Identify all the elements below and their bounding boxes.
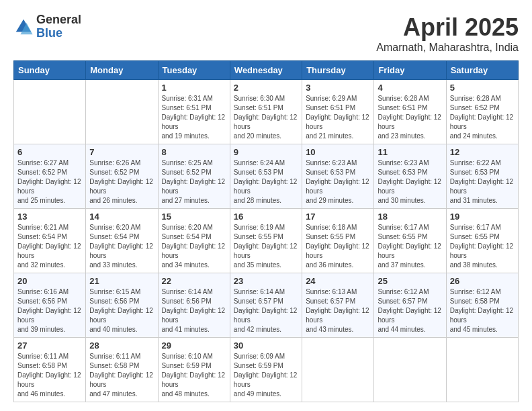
day-info: Sunrise: 6:13 AMSunset: 6:57 PMDaylight:…	[306, 287, 370, 334]
title-block: April 2025 Amarnath, Maharashtra, India	[376, 13, 519, 54]
day-cell: 12Sunrise: 6:22 AMSunset: 6:53 PMDayligh…	[446, 144, 518, 209]
day-number: 22	[162, 276, 226, 286]
day-info: Sunrise: 6:28 AMSunset: 6:52 PMDaylight:…	[450, 94, 515, 141]
col-header-thursday: Thursday	[302, 61, 374, 80]
logo-general: General	[36, 13, 81, 27]
day-info: Sunrise: 6:31 AMSunset: 6:51 PMDaylight:…	[162, 94, 226, 141]
page-header: General Blue April 2025 Amarnath, Mahara…	[13, 13, 519, 54]
day-number: 21	[89, 276, 154, 286]
day-info: Sunrise: 6:09 AMSunset: 6:59 PMDaylight:…	[234, 352, 298, 399]
day-info: Sunrise: 6:12 AMSunset: 6:57 PMDaylight:…	[378, 287, 442, 334]
day-cell: 27Sunrise: 6:11 AMSunset: 6:58 PMDayligh…	[14, 338, 86, 402]
day-cell: 17Sunrise: 6:18 AMSunset: 6:55 PMDayligh…	[302, 209, 374, 273]
month-title: April 2025	[376, 13, 519, 42]
day-cell: 8Sunrise: 6:25 AMSunset: 6:52 PMDaylight…	[158, 144, 230, 209]
day-number: 20	[17, 276, 82, 286]
day-number: 17	[306, 212, 370, 222]
day-cell: 9Sunrise: 6:24 AMSunset: 6:53 PMDaylight…	[230, 144, 302, 209]
day-number: 15	[162, 212, 226, 222]
week-row-2: 6Sunrise: 6:27 AMSunset: 6:52 PMDaylight…	[14, 144, 519, 209]
logo: General Blue	[13, 13, 81, 40]
day-info: Sunrise: 6:15 AMSunset: 6:56 PMDaylight:…	[89, 287, 154, 334]
day-cell: 22Sunrise: 6:14 AMSunset: 6:56 PMDayligh…	[158, 273, 230, 338]
day-cell: 18Sunrise: 6:17 AMSunset: 6:55 PMDayligh…	[374, 209, 446, 273]
day-cell: 15Sunrise: 6:20 AMSunset: 6:54 PMDayligh…	[158, 209, 230, 273]
day-info: Sunrise: 6:11 AMSunset: 6:58 PMDaylight:…	[89, 352, 154, 399]
day-number: 9	[234, 147, 298, 157]
day-number: 26	[450, 276, 515, 286]
location-title: Amarnath, Maharashtra, India	[376, 42, 519, 54]
week-row-1: 1Sunrise: 6:31 AMSunset: 6:51 PMDaylight…	[14, 80, 519, 144]
day-cell: 1Sunrise: 6:31 AMSunset: 6:51 PMDaylight…	[158, 80, 230, 144]
day-number: 19	[450, 212, 515, 222]
day-info: Sunrise: 6:20 AMSunset: 6:54 PMDaylight:…	[162, 223, 226, 270]
day-cell: 10Sunrise: 6:23 AMSunset: 6:53 PMDayligh…	[302, 144, 374, 209]
day-info: Sunrise: 6:20 AMSunset: 6:54 PMDaylight:…	[89, 223, 154, 270]
day-cell: 26Sunrise: 6:12 AMSunset: 6:58 PMDayligh…	[446, 273, 518, 338]
day-number: 18	[378, 212, 442, 222]
day-cell: 13Sunrise: 6:21 AMSunset: 6:54 PMDayligh…	[14, 209, 86, 273]
day-cell: 3Sunrise: 6:29 AMSunset: 6:51 PMDaylight…	[302, 80, 374, 144]
day-info: Sunrise: 6:18 AMSunset: 6:55 PMDaylight:…	[306, 223, 370, 270]
day-info: Sunrise: 6:27 AMSunset: 6:52 PMDaylight:…	[17, 158, 82, 205]
day-cell: 30Sunrise: 6:09 AMSunset: 6:59 PMDayligh…	[230, 338, 302, 402]
col-header-sunday: Sunday	[14, 61, 86, 80]
day-info: Sunrise: 6:14 AMSunset: 6:56 PMDaylight:…	[162, 287, 226, 334]
logo-icon	[13, 17, 34, 37]
header-row: SundayMondayTuesdayWednesdayThursdayFrid…	[14, 61, 519, 80]
day-cell: 6Sunrise: 6:27 AMSunset: 6:52 PMDaylight…	[14, 144, 86, 209]
day-number: 13	[17, 212, 82, 222]
day-number: 3	[306, 83, 370, 93]
day-cell: 20Sunrise: 6:16 AMSunset: 6:56 PMDayligh…	[14, 273, 86, 338]
day-info: Sunrise: 6:14 AMSunset: 6:57 PMDaylight:…	[234, 287, 298, 334]
day-number: 8	[162, 147, 226, 157]
day-cell: 25Sunrise: 6:12 AMSunset: 6:57 PMDayligh…	[374, 273, 446, 338]
logo-blue: Blue	[36, 27, 81, 40]
day-info: Sunrise: 6:30 AMSunset: 6:51 PMDaylight:…	[234, 94, 298, 141]
day-cell: 5Sunrise: 6:28 AMSunset: 6:52 PMDaylight…	[446, 80, 518, 144]
day-cell: 23Sunrise: 6:14 AMSunset: 6:57 PMDayligh…	[230, 273, 302, 338]
day-cell: 11Sunrise: 6:23 AMSunset: 6:53 PMDayligh…	[374, 144, 446, 209]
day-number: 7	[89, 147, 154, 157]
day-cell: 24Sunrise: 6:13 AMSunset: 6:57 PMDayligh…	[302, 273, 374, 338]
day-cell	[446, 338, 518, 402]
day-number: 4	[378, 83, 442, 93]
day-cell: 28Sunrise: 6:11 AMSunset: 6:58 PMDayligh…	[86, 338, 158, 402]
day-number: 25	[378, 276, 442, 286]
day-number: 16	[234, 212, 298, 222]
week-row-3: 13Sunrise: 6:21 AMSunset: 6:54 PMDayligh…	[14, 209, 519, 273]
col-header-monday: Monday	[86, 61, 158, 80]
logo-text: General Blue	[36, 13, 81, 40]
col-header-friday: Friday	[374, 61, 446, 80]
day-number: 14	[89, 212, 154, 222]
day-cell: 2Sunrise: 6:30 AMSunset: 6:51 PMDaylight…	[230, 80, 302, 144]
day-cell: 7Sunrise: 6:26 AMSunset: 6:52 PMDaylight…	[86, 144, 158, 209]
day-cell: 21Sunrise: 6:15 AMSunset: 6:56 PMDayligh…	[86, 273, 158, 338]
day-info: Sunrise: 6:23 AMSunset: 6:53 PMDaylight:…	[306, 158, 370, 205]
day-number: 11	[378, 147, 442, 157]
day-info: Sunrise: 6:22 AMSunset: 6:53 PMDaylight:…	[450, 158, 515, 205]
day-number: 2	[234, 83, 298, 93]
day-number: 6	[17, 147, 82, 157]
day-info: Sunrise: 6:26 AMSunset: 6:52 PMDaylight:…	[89, 158, 154, 205]
day-number: 5	[450, 83, 515, 93]
day-cell: 14Sunrise: 6:20 AMSunset: 6:54 PMDayligh…	[86, 209, 158, 273]
day-info: Sunrise: 6:10 AMSunset: 6:59 PMDaylight:…	[162, 352, 226, 399]
day-number: 10	[306, 147, 370, 157]
day-cell	[302, 338, 374, 402]
day-number: 30	[234, 340, 298, 351]
day-cell	[374, 338, 446, 402]
day-cell	[14, 80, 86, 144]
day-info: Sunrise: 6:23 AMSunset: 6:53 PMDaylight:…	[378, 158, 442, 205]
day-number: 29	[162, 340, 226, 351]
week-row-5: 27Sunrise: 6:11 AMSunset: 6:58 PMDayligh…	[14, 338, 519, 402]
day-cell: 16Sunrise: 6:19 AMSunset: 6:55 PMDayligh…	[230, 209, 302, 273]
day-info: Sunrise: 6:28 AMSunset: 6:51 PMDaylight:…	[378, 94, 442, 141]
day-number: 23	[234, 276, 298, 286]
day-cell: 19Sunrise: 6:17 AMSunset: 6:55 PMDayligh…	[446, 209, 518, 273]
day-info: Sunrise: 6:12 AMSunset: 6:58 PMDaylight:…	[450, 287, 515, 334]
col-header-tuesday: Tuesday	[158, 61, 230, 80]
day-info: Sunrise: 6:17 AMSunset: 6:55 PMDaylight:…	[450, 223, 515, 270]
col-header-wednesday: Wednesday	[230, 61, 302, 80]
day-number: 27	[17, 340, 82, 351]
